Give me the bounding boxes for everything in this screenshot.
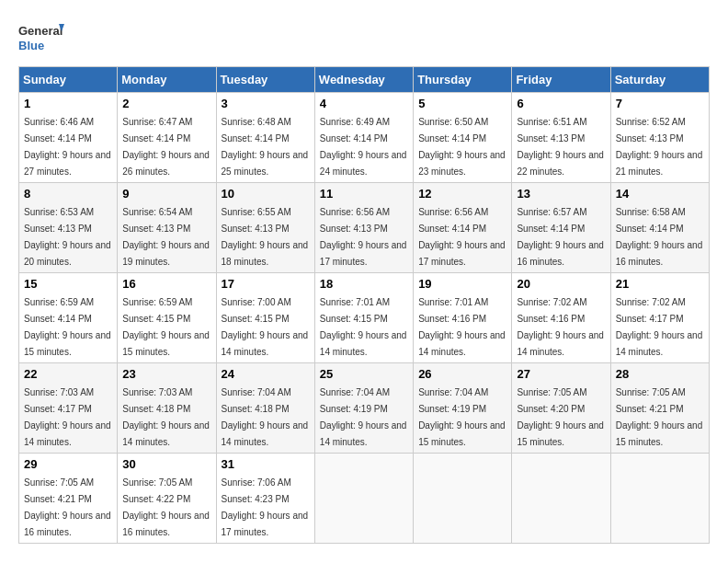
day-info: Sunrise: 6:47 AMSunset: 4:14 PMDaylight:… xyxy=(122,117,210,177)
day-info: Sunrise: 7:04 AMSunset: 4:19 PMDaylight:… xyxy=(320,387,407,447)
day-number: 27 xyxy=(517,367,605,381)
day-cell: 4 Sunrise: 6:49 AMSunset: 4:14 PMDayligh… xyxy=(314,93,413,183)
day-info: Sunrise: 7:05 AMSunset: 4:20 PMDaylight:… xyxy=(517,387,604,447)
day-number: 14 xyxy=(616,187,704,201)
day-number: 2 xyxy=(122,97,210,110)
day-cell: 13 Sunrise: 6:57 AMSunset: 4:14 PMDaylig… xyxy=(512,183,610,273)
day-cell: 27 Sunrise: 7:05 AMSunset: 4:20 PMDaylig… xyxy=(512,363,610,454)
day-info: Sunrise: 6:53 AMSunset: 4:13 PMDaylight:… xyxy=(24,207,111,267)
day-number: 26 xyxy=(418,367,506,381)
day-number: 8 xyxy=(24,187,112,201)
day-info: Sunrise: 6:59 AMSunset: 4:15 PMDaylight:… xyxy=(122,297,210,357)
day-info: Sunrise: 6:49 AMSunset: 4:14 PMDaylight:… xyxy=(320,117,407,177)
day-info: Sunrise: 7:05 AMSunset: 4:21 PMDaylight:… xyxy=(24,477,111,537)
day-info: Sunrise: 6:54 AMSunset: 4:13 PMDaylight:… xyxy=(122,207,210,267)
day-info: Sunrise: 7:01 AMSunset: 4:16 PMDaylight:… xyxy=(418,297,506,357)
day-cell: 18 Sunrise: 7:01 AMSunset: 4:15 PMDaylig… xyxy=(314,273,413,363)
day-info: Sunrise: 7:01 AMSunset: 4:15 PMDaylight:… xyxy=(320,297,407,357)
day-info: Sunrise: 6:59 AMSunset: 4:14 PMDaylight:… xyxy=(24,297,111,357)
day-number: 16 xyxy=(122,277,210,291)
page-header: General Blue xyxy=(18,18,710,57)
day-number: 11 xyxy=(320,187,408,201)
day-number: 9 xyxy=(122,187,210,201)
day-cell: 3 Sunrise: 6:48 AMSunset: 4:14 PMDayligh… xyxy=(216,93,314,183)
day-number: 22 xyxy=(24,367,112,381)
day-cell: 25 Sunrise: 7:04 AMSunset: 4:19 PMDaylig… xyxy=(314,363,413,454)
logo: General Blue xyxy=(18,18,64,57)
day-info: Sunrise: 7:05 AMSunset: 4:21 PMDaylight:… xyxy=(616,387,703,447)
day-number: 15 xyxy=(24,277,112,291)
day-cell: 6 Sunrise: 6:51 AMSunset: 4:13 PMDayligh… xyxy=(512,93,610,183)
day-cell xyxy=(314,454,413,544)
day-cell: 11 Sunrise: 6:56 AMSunset: 4:13 PMDaylig… xyxy=(314,183,413,273)
day-number: 30 xyxy=(122,457,210,471)
day-cell xyxy=(610,454,709,544)
day-cell: 17 Sunrise: 7:00 AMSunset: 4:15 PMDaylig… xyxy=(216,273,314,363)
day-cell: 8 Sunrise: 6:53 AMSunset: 4:13 PMDayligh… xyxy=(19,183,118,273)
day-cell: 15 Sunrise: 6:59 AMSunset: 4:14 PMDaylig… xyxy=(19,273,118,363)
day-cell: 21 Sunrise: 7:02 AMSunset: 4:17 PMDaylig… xyxy=(610,273,709,363)
day-number: 23 xyxy=(122,367,210,381)
header-row: SundayMondayTuesdayWednesdayThursdayFrid… xyxy=(19,67,710,93)
day-number: 10 xyxy=(222,187,310,201)
col-header-tuesday: Tuesday xyxy=(216,67,314,93)
day-number: 31 xyxy=(222,457,310,471)
logo-svg: General Blue xyxy=(18,18,64,57)
day-info: Sunrise: 7:03 AMSunset: 4:18 PMDaylight:… xyxy=(122,387,210,447)
day-info: Sunrise: 6:50 AMSunset: 4:14 PMDaylight:… xyxy=(418,117,506,177)
day-cell: 19 Sunrise: 7:01 AMSunset: 4:16 PMDaylig… xyxy=(414,273,512,363)
day-number: 24 xyxy=(222,367,310,381)
day-number: 20 xyxy=(517,277,605,291)
col-header-wednesday: Wednesday xyxy=(314,67,413,93)
day-cell: 30 Sunrise: 7:05 AMSunset: 4:22 PMDaylig… xyxy=(118,454,216,544)
col-header-friday: Friday xyxy=(512,67,610,93)
day-info: Sunrise: 6:57 AMSunset: 4:14 PMDaylight:… xyxy=(517,207,604,267)
day-number: 3 xyxy=(222,97,310,110)
day-info: Sunrise: 7:05 AMSunset: 4:22 PMDaylight:… xyxy=(122,477,210,537)
day-info: Sunrise: 7:03 AMSunset: 4:17 PMDaylight:… xyxy=(24,387,111,447)
day-info: Sunrise: 7:00 AMSunset: 4:15 PMDaylight:… xyxy=(222,297,309,357)
day-cell: 31 Sunrise: 7:06 AMSunset: 4:23 PMDaylig… xyxy=(216,454,314,544)
day-number: 19 xyxy=(418,277,506,291)
day-cell: 28 Sunrise: 7:05 AMSunset: 4:21 PMDaylig… xyxy=(610,363,709,454)
day-number: 13 xyxy=(517,187,605,201)
day-number: 29 xyxy=(24,457,112,471)
day-number: 21 xyxy=(616,277,704,291)
day-number: 12 xyxy=(418,187,506,201)
col-header-thursday: Thursday xyxy=(414,67,512,93)
day-info: Sunrise: 7:04 AMSunset: 4:19 PMDaylight:… xyxy=(418,387,506,447)
day-cell xyxy=(512,454,610,544)
day-number: 5 xyxy=(418,97,506,110)
day-number: 4 xyxy=(320,97,408,110)
day-info: Sunrise: 7:02 AMSunset: 4:16 PMDaylight:… xyxy=(517,297,604,357)
day-cell: 20 Sunrise: 7:02 AMSunset: 4:16 PMDaylig… xyxy=(512,273,610,363)
week-row-1: 1 Sunrise: 6:46 AMSunset: 4:14 PMDayligh… xyxy=(19,93,710,183)
day-info: Sunrise: 6:58 AMSunset: 4:14 PMDaylight:… xyxy=(616,207,703,267)
day-cell xyxy=(414,454,512,544)
day-number: 1 xyxy=(24,97,112,110)
day-info: Sunrise: 7:06 AMSunset: 4:23 PMDaylight:… xyxy=(222,477,309,537)
day-info: Sunrise: 6:46 AMSunset: 4:14 PMDaylight:… xyxy=(24,117,111,177)
day-cell: 2 Sunrise: 6:47 AMSunset: 4:14 PMDayligh… xyxy=(118,93,216,183)
calendar-table: SundayMondayTuesdayWednesdayThursdayFrid… xyxy=(18,66,710,544)
day-info: Sunrise: 6:51 AMSunset: 4:13 PMDaylight:… xyxy=(517,117,604,177)
day-number: 28 xyxy=(616,367,704,381)
day-cell: 9 Sunrise: 6:54 AMSunset: 4:13 PMDayligh… xyxy=(118,183,216,273)
day-cell: 24 Sunrise: 7:04 AMSunset: 4:18 PMDaylig… xyxy=(216,363,314,454)
week-row-2: 8 Sunrise: 6:53 AMSunset: 4:13 PMDayligh… xyxy=(19,183,710,273)
day-info: Sunrise: 6:56 AMSunset: 4:14 PMDaylight:… xyxy=(418,207,506,267)
day-number: 6 xyxy=(517,97,605,110)
day-cell: 7 Sunrise: 6:52 AMSunset: 4:13 PMDayligh… xyxy=(610,93,709,183)
col-header-sunday: Sunday xyxy=(19,67,118,93)
day-info: Sunrise: 7:04 AMSunset: 4:18 PMDaylight:… xyxy=(222,387,309,447)
week-row-5: 29 Sunrise: 7:05 AMSunset: 4:21 PMDaylig… xyxy=(19,454,710,544)
day-cell: 10 Sunrise: 6:55 AMSunset: 4:13 PMDaylig… xyxy=(216,183,314,273)
svg-text:General: General xyxy=(18,24,63,38)
day-cell: 22 Sunrise: 7:03 AMSunset: 4:17 PMDaylig… xyxy=(19,363,118,454)
col-header-monday: Monday xyxy=(118,67,216,93)
week-row-4: 22 Sunrise: 7:03 AMSunset: 4:17 PMDaylig… xyxy=(19,363,710,454)
day-info: Sunrise: 6:56 AMSunset: 4:13 PMDaylight:… xyxy=(320,207,407,267)
day-cell: 5 Sunrise: 6:50 AMSunset: 4:14 PMDayligh… xyxy=(414,93,512,183)
day-info: Sunrise: 6:55 AMSunset: 4:13 PMDaylight:… xyxy=(222,207,309,267)
day-cell: 12 Sunrise: 6:56 AMSunset: 4:14 PMDaylig… xyxy=(414,183,512,273)
